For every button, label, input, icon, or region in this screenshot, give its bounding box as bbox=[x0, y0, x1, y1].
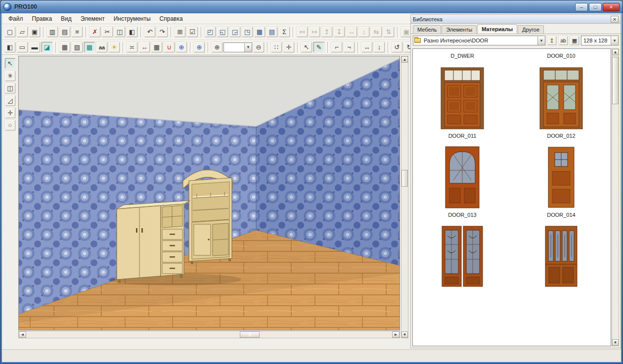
material-thumbnail-door[interactable] bbox=[440, 146, 485, 209]
hscroll-thumb[interactable] bbox=[240, 331, 260, 338]
library-scrollbar[interactable]: ▲ ▼ bbox=[612, 48, 619, 346]
list-item[interactable] bbox=[413, 225, 512, 288]
viewport-hscrollbar[interactable]: ◄ ► bbox=[18, 331, 400, 338]
move-horizontal-button[interactable]: ↔ bbox=[361, 41, 373, 53]
menu-tools[interactable]: Инструменты bbox=[109, 14, 155, 24]
draw-mode-button[interactable]: ✎ bbox=[313, 41, 325, 53]
zoom-tool[interactable]: ○ bbox=[4, 120, 16, 131]
pixel-grid-button[interactable]: ∷ bbox=[270, 41, 282, 53]
corner-split-button[interactable]: ¬ bbox=[343, 41, 355, 53]
rotate-ccw-button[interactable]: ↺ bbox=[391, 41, 403, 53]
zoom-combobox[interactable]: ▼ bbox=[223, 42, 252, 52]
library-tab-materials[interactable]: Материалы bbox=[477, 24, 517, 34]
snap-grid-button[interactable]: ⊕ bbox=[176, 41, 187, 53]
wireframe-mode-button[interactable]: ▦ bbox=[59, 41, 71, 53]
close-button[interactable]: × bbox=[603, 3, 620, 11]
price-list-button[interactable]: Σ bbox=[278, 26, 290, 38]
show-floor-button[interactable]: ▭ bbox=[16, 41, 28, 53]
distribute-horizontal-button[interactable]: ⇆ bbox=[370, 26, 382, 38]
list-item[interactable]: D_DWER bbox=[413, 53, 512, 67]
redo-button[interactable]: ↷ bbox=[156, 26, 168, 38]
scroll-down-arrow[interactable]: ▼ bbox=[401, 331, 408, 338]
view-front-button[interactable]: ◱ bbox=[217, 26, 228, 38]
material-thumbnail-door[interactable] bbox=[538, 146, 584, 209]
vscroll-thumb[interactable] bbox=[401, 170, 408, 187]
list-item[interactable]: DOOR_011 bbox=[413, 67, 512, 146]
center-selection-button[interactable]: ✛ bbox=[283, 41, 295, 53]
new-file-button[interactable]: ▢ bbox=[4, 26, 16, 38]
select-tool[interactable]: ↖ bbox=[4, 58, 16, 69]
menu-edit[interactable]: Правка bbox=[28, 14, 57, 24]
delete-button[interactable]: ✗ bbox=[89, 26, 101, 38]
library-tab-furniture[interactable]: Мебель bbox=[413, 25, 441, 34]
viewport-3d[interactable] bbox=[18, 56, 400, 330]
library-scroll-thumb[interactable] bbox=[612, 57, 619, 104]
library-tab-other[interactable]: Другое bbox=[518, 25, 544, 34]
print-button[interactable]: ▤ bbox=[59, 26, 71, 38]
library-scroll-up-arrow[interactable]: ▲ bbox=[612, 49, 619, 55]
pointer-mode-button[interactable]: ↖ bbox=[301, 41, 312, 53]
element-properties-button[interactable]: ☑ bbox=[186, 26, 198, 38]
corner-join-button[interactable]: ⌐ bbox=[331, 41, 343, 53]
cut-button[interactable]: ✂ bbox=[101, 26, 113, 38]
folder-up-button[interactable]: ↥ bbox=[547, 36, 557, 45]
print-preview-button[interactable]: ▥ bbox=[46, 26, 58, 38]
library-tab-elements[interactable]: Элементы bbox=[442, 25, 477, 34]
show-walls-button[interactable]: ◧ bbox=[4, 41, 16, 53]
align-top-button[interactable]: ↥ bbox=[321, 26, 333, 38]
undo-button[interactable]: ↶ bbox=[144, 26, 156, 38]
view-side-button[interactable]: ◲ bbox=[229, 26, 241, 38]
ruler-button[interactable]: ↔ bbox=[138, 41, 150, 53]
color-mode-button[interactable]: ▨ bbox=[71, 41, 83, 53]
list-item[interactable] bbox=[512, 225, 611, 288]
library-path-combobox[interactable]: Разно Интересное\DOOR ▼ bbox=[413, 36, 545, 45]
material-thumbnail-door[interactable] bbox=[440, 225, 485, 288]
save-file-button[interactable]: ▣ bbox=[29, 26, 41, 38]
texture-mode-button[interactable]: ▩ bbox=[84, 41, 95, 53]
zoom-dropdown-arrow[interactable]: ▼ bbox=[244, 43, 252, 52]
material-thumbnail-door[interactable] bbox=[538, 67, 584, 130]
show-ceiling-button[interactable]: ▬ bbox=[29, 41, 41, 53]
menu-help[interactable]: Справка bbox=[155, 14, 187, 24]
align-right-button[interactable]: ↦ bbox=[309, 26, 320, 38]
copy-button[interactable]: ◫ bbox=[114, 26, 126, 38]
show-room-button[interactable]: ◪ bbox=[41, 41, 53, 53]
thumbnail-size-combobox[interactable]: 128 x 128 ▼ bbox=[581, 36, 619, 45]
align-left-button[interactable]: ↤ bbox=[296, 26, 308, 38]
report-button[interactable]: ≡ bbox=[71, 26, 83, 38]
library-content[interactable]: D_DWER DOOR_010 bbox=[412, 48, 611, 346]
text-labels-button[interactable]: aa bbox=[96, 41, 108, 53]
lighting-button[interactable]: ☀ bbox=[108, 41, 120, 53]
view-list-button[interactable]: ▤ bbox=[266, 26, 278, 38]
view-perspective-button[interactable]: ◳ bbox=[241, 26, 253, 38]
center-vertical-button[interactable]: ↕ bbox=[358, 26, 370, 38]
view-top-button[interactable]: ◰ bbox=[204, 26, 216, 38]
zoom-out-button[interactable]: ⊖ bbox=[253, 41, 265, 53]
thumbnail-size-value[interactable]: 128 x 128 bbox=[581, 38, 611, 43]
show-names-button[interactable]: ab bbox=[558, 36, 568, 45]
distribute-vertical-button[interactable]: ⇅ bbox=[383, 26, 395, 38]
render-tool[interactable]: ✳ bbox=[4, 70, 16, 81]
paste-button[interactable]: ◧ bbox=[126, 26, 138, 38]
material-thumbnail-door[interactable] bbox=[538, 225, 584, 288]
center-horizontal-button[interactable]: ↔ bbox=[346, 26, 357, 38]
grid-button[interactable]: ▦ bbox=[151, 41, 163, 53]
library-scroll-down-arrow[interactable]: ▼ bbox=[612, 339, 619, 346]
dimensions-button[interactable]: ≍ bbox=[126, 41, 138, 53]
zoom-in-button[interactable]: ⊕ bbox=[211, 41, 223, 53]
list-item[interactable]: DOOR_010 bbox=[512, 53, 611, 67]
move-tool[interactable]: ✛ bbox=[4, 107, 16, 119]
view-mode-button[interactable]: ▦ bbox=[570, 36, 579, 45]
world-button[interactable]: ⊕ bbox=[193, 41, 205, 53]
minimize-button[interactable]: – bbox=[575, 3, 588, 11]
list-item[interactable]: DOOR_014 bbox=[512, 146, 611, 225]
magnet-snap-button[interactable]: ∪ bbox=[163, 41, 175, 53]
scroll-up-arrow[interactable]: ▲ bbox=[401, 56, 408, 63]
list-item[interactable]: DOOR_012 bbox=[512, 67, 611, 146]
menu-file[interactable]: Файл bbox=[4, 14, 28, 24]
insert-element-button[interactable]: ⊞ bbox=[174, 26, 186, 38]
resize-tool[interactable]: ◿ bbox=[4, 95, 16, 106]
viewport-vscrollbar[interactable]: ▲ ▼ bbox=[401, 56, 408, 338]
scroll-right-arrow[interactable]: ► bbox=[392, 331, 400, 338]
clone-tool[interactable]: ◫ bbox=[4, 82, 16, 94]
